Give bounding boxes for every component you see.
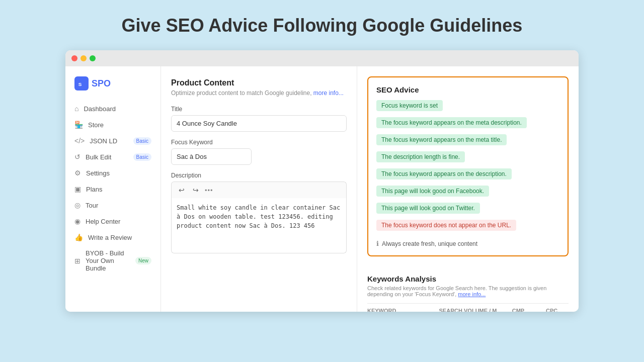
sidebar-item-label: Dashboard (84, 105, 116, 113)
byob-icon: ⊞ (74, 257, 80, 265)
product-panel-more-info-link[interactable]: more info... (313, 89, 344, 97)
advice-item-6: This page will look good on Twitter. (376, 203, 559, 217)
byob-badge: New (135, 257, 151, 264)
bulk-edit-badge: Basic (133, 153, 151, 161)
title-input[interactable] (171, 115, 347, 132)
traffic-light-green[interactable] (90, 55, 96, 61)
product-panel: Product Content Optimize product content… (161, 66, 357, 312)
logo-text: SPO (92, 78, 111, 89)
description-label: Description (171, 172, 347, 179)
advice-item-7: The focus keyword does not appear on the… (376, 220, 559, 234)
sidebar-item-json-ld[interactable]: </> JSON LD Basic (65, 133, 160, 149)
advice-text-7: The focus keyword does not appear on the… (376, 220, 516, 231)
sidebar-item-label: JSON LD (90, 137, 117, 145)
description-textarea[interactable]: Small white soy candle in clear containe… (171, 198, 347, 253)
seo-panel: SEO Advice Focus keyword is set The focu… (357, 66, 579, 312)
info-row: ℹ Always create fresh, unique content (376, 240, 559, 247)
focus-keyword-input[interactable] (171, 148, 252, 165)
bulk-edit-icon: ↺ (74, 153, 80, 161)
keywords-table-header: KEYWORD SEARCH VOLUME / M CMP CPC (367, 303, 569, 312)
info-text: Always create fresh, unique content (382, 240, 477, 247)
plans-icon: ▣ (74, 185, 81, 193)
sidebar-item-label: Write a Review (88, 234, 132, 241)
keywords-title: Keywords Analysis (367, 275, 569, 283)
advice-item-4: The focus keyword appears on the descrip… (376, 168, 559, 183)
advice-list: Focus keyword is set The focus keyword a… (376, 100, 559, 237)
advice-text-4: The focus keyword appears on the descrip… (376, 168, 512, 179)
sidebar-item-tour[interactable]: ◎ Tour (65, 197, 160, 213)
toolbar-more: ••• (205, 187, 213, 194)
seo-advice-box: SEO Advice Focus keyword is set The focu… (367, 76, 569, 256)
dashboard-icon: ⌂ (74, 105, 78, 113)
title-field-label: Title (171, 106, 347, 113)
advice-text-6: This page will look good on Twitter. (376, 203, 480, 214)
sidebar-item-label: Bulk Edit (86, 153, 111, 161)
main-content: Product Content Optimize product content… (161, 66, 579, 312)
logo-icon: S (74, 76, 89, 90)
advice-item-5: This page will look good on Facebook. (376, 186, 559, 200)
info-icon: ℹ (376, 240, 379, 247)
sidebar-item-label: Store (88, 121, 104, 129)
tour-icon: ◎ (74, 201, 80, 209)
product-panel-title: Product Content (171, 78, 347, 87)
seo-advice-title: SEO Advice (376, 85, 559, 94)
advice-text-3: The description length is fine. (376, 151, 465, 162)
traffic-light-yellow[interactable] (80, 55, 87, 61)
advice-text-0: Focus keyword is set (376, 100, 443, 111)
sidebar-item-byob[interactable]: ⊞ BYOB - Build Your Own Bundle New (65, 245, 160, 276)
store-icon: 🏪 (74, 121, 83, 129)
keywords-more-info-link[interactable]: more info... (458, 291, 486, 297)
advice-text-5: This page will look good on Facebook. (376, 186, 489, 197)
settings-icon: ⚙ (74, 169, 81, 177)
browser-window: S SPO ⌂ Dashboard 🏪 Store </> JSON LD Ba… (65, 50, 579, 312)
keywords-analysis-box: Keywords Analysis Check related keywords… (357, 275, 579, 312)
focus-keyword-label: Focus Keyword (171, 139, 347, 146)
sidebar-item-label: Tour (86, 202, 98, 209)
sidebar-item-label: Settings (86, 169, 110, 177)
advice-text-1: The focus keyword appears on the meta de… (376, 117, 527, 128)
browser-body: S SPO ⌂ Dashboard 🏪 Store </> JSON LD Ba… (65, 66, 579, 312)
browser-titlebar (65, 50, 579, 66)
sidebar-item-label: BYOB - Build Your Own Bundle (86, 249, 130, 272)
product-panel-subtitle: Optimize product content to match Google… (171, 89, 347, 97)
sidebar-item-bulk-edit[interactable]: ↺ Bulk Edit Basic (65, 149, 160, 165)
review-icon: 👍 (74, 233, 83, 241)
page-main-title: Give SEO Advice Following Google Guideli… (122, 15, 523, 36)
help-icon: ◉ (74, 217, 80, 225)
sidebar-item-label: Plans (86, 186, 103, 193)
advice-item-0: Focus keyword is set (376, 100, 559, 114)
seo-panel-inner: SEO Advice Focus keyword is set The focu… (357, 66, 579, 275)
traffic-light-red[interactable] (71, 55, 77, 61)
sidebar-item-dashboard[interactable]: ⌂ Dashboard (65, 101, 160, 117)
sidebar-item-label: Help Center (86, 218, 120, 225)
description-toolbar: ↩ ↪ ••• (171, 182, 347, 198)
col-volume: SEARCH VOLUME / M (434, 308, 501, 312)
sidebar: S SPO ⌂ Dashboard 🏪 Store </> JSON LD Ba… (65, 66, 161, 312)
undo-button[interactable]: ↩ (177, 185, 187, 195)
jsonld-icon: </> (74, 137, 85, 145)
col-cpc: CPC (535, 308, 569, 312)
sidebar-logo: S SPO (65, 76, 160, 101)
advice-item-2: The focus keyword appears on the meta ti… (376, 134, 559, 148)
advice-item-3: The description length is fine. (376, 151, 559, 165)
col-cmp: CMP (502, 308, 535, 312)
sidebar-item-settings[interactable]: ⚙ Settings (65, 165, 160, 181)
sidebar-item-help-center[interactable]: ◉ Help Center (65, 213, 160, 229)
svg-text:S: S (78, 81, 82, 87)
sidebar-item-write-review[interactable]: 👍 Write a Review (65, 229, 160, 245)
col-keyword: KEYWORD (367, 308, 434, 312)
advice-text-2: The focus keyword appears on the meta ti… (376, 134, 507, 145)
advice-item-1: The focus keyword appears on the meta de… (376, 117, 559, 131)
sidebar-item-store[interactable]: 🏪 Store (65, 117, 160, 133)
sidebar-item-plans[interactable]: ▣ Plans (65, 181, 160, 197)
json-ld-badge: Basic (133, 137, 151, 145)
keywords-subtitle: Check related keywords for Google Search… (367, 285, 569, 297)
redo-button[interactable]: ↪ (191, 185, 201, 195)
